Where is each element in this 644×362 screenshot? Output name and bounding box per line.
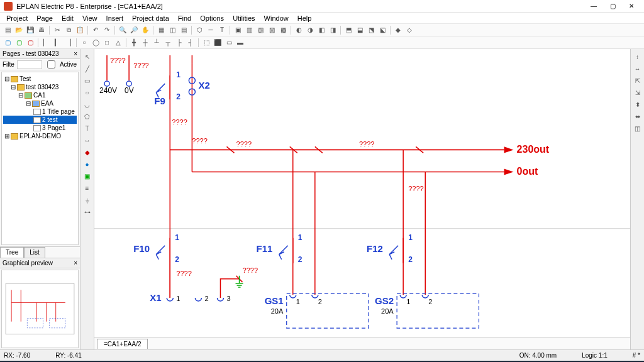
align-r-icon[interactable]: ▕ bbox=[64, 38, 74, 48]
tool-d-icon[interactable]: ▨ bbox=[267, 25, 277, 35]
rtool-a-icon[interactable]: ↕ bbox=[633, 52, 643, 62]
menu-find[interactable]: Find bbox=[174, 13, 195, 23]
vtool-dim-icon[interactable]: ↔ bbox=[82, 135, 92, 145]
pages-close-icon[interactable]: × bbox=[74, 50, 77, 57]
rtool-b-icon[interactable]: ↔ bbox=[633, 63, 643, 74]
conn-f-icon[interactable]: ┤ bbox=[186, 38, 196, 48]
align-l-icon[interactable]: ▏ bbox=[41, 38, 51, 48]
menu-project[interactable]: Project bbox=[3, 13, 31, 23]
zoom-out-icon[interactable]: 🔎 bbox=[129, 25, 139, 35]
vtool-circle-icon[interactable]: ○ bbox=[82, 87, 92, 97]
tree-node-test[interactable]: Test bbox=[19, 75, 31, 82]
layer-icon[interactable]: ▤ bbox=[179, 25, 189, 35]
vtool-poly-icon[interactable]: ⬠ bbox=[82, 111, 92, 121]
misc-a-icon[interactable]: ⬚ bbox=[201, 38, 211, 48]
project-tree[interactable]: ⊟Test ⊟test 030423 ⊟CA1 ⊟EAA 1 Title pag… bbox=[1, 72, 79, 245]
pan-icon[interactable]: ✋ bbox=[140, 25, 150, 35]
grid-icon[interactable]: ▦ bbox=[156, 25, 166, 35]
vtool-text-icon[interactable]: T bbox=[82, 123, 92, 133]
tree-node-page3[interactable]: 3 Page1 bbox=[42, 124, 65, 131]
conn-c-icon[interactable]: ┴ bbox=[152, 38, 162, 48]
tool-i-icon[interactable]: ◨ bbox=[328, 25, 338, 35]
vtool-net-icon[interactable]: ⊶ bbox=[82, 207, 92, 217]
menu-options[interactable]: Options bbox=[196, 13, 228, 23]
tree-node-test030423[interactable]: test 030423 bbox=[26, 84, 58, 90]
symbol-icon[interactable]: ⬡ bbox=[194, 25, 204, 35]
menu-help[interactable]: Help bbox=[294, 13, 316, 23]
misc-d-icon[interactable]: ▬ bbox=[235, 38, 245, 48]
copy-icon[interactable]: ⧉ bbox=[64, 25, 74, 35]
snap-icon[interactable]: ◫ bbox=[167, 25, 177, 35]
menu-edit[interactable]: Edit bbox=[58, 13, 77, 23]
wire-icon[interactable]: ─ bbox=[206, 25, 216, 35]
menu-page[interactable]: Page bbox=[33, 13, 57, 23]
tool-l-icon[interactable]: ⬔ bbox=[366, 25, 376, 35]
rtool-d-icon[interactable]: ⇲ bbox=[633, 87, 643, 97]
list-tab[interactable]: List bbox=[24, 247, 45, 258]
tool-c-icon[interactable]: ▧ bbox=[255, 25, 265, 35]
tree-node-page2[interactable]: 2 test bbox=[42, 116, 57, 123]
cut-icon[interactable]: ✂ bbox=[52, 25, 62, 35]
tree-tab[interactable]: Tree bbox=[0, 247, 24, 258]
undo-icon[interactable]: ↶ bbox=[91, 25, 101, 35]
vtool-arc-icon[interactable]: ◡ bbox=[82, 99, 92, 109]
rtool-e-icon[interactable]: ⬍ bbox=[633, 99, 643, 109]
rtool-c-icon[interactable]: ⇱ bbox=[633, 75, 643, 85]
new-icon[interactable]: ▤ bbox=[3, 25, 13, 35]
menu-view[interactable]: View bbox=[79, 13, 101, 23]
tree-node-eaa[interactable]: EAA bbox=[41, 100, 53, 107]
mode-a-icon[interactable]: ▢ bbox=[3, 38, 13, 48]
tool-e-icon[interactable]: ▩ bbox=[278, 25, 288, 35]
tool-f-icon[interactable]: ◐ bbox=[294, 25, 304, 35]
menu-window[interactable]: Window bbox=[260, 13, 292, 23]
doc-tab-active[interactable]: =CA1+EAA/2 bbox=[97, 339, 148, 349]
close-button[interactable]: ✕ bbox=[623, 1, 640, 12]
tool-o-icon[interactable]: ◇ bbox=[404, 25, 414, 35]
vtool-select-icon[interactable]: ↖ bbox=[82, 52, 92, 62]
vtool-line-icon[interactable]: ╱ bbox=[82, 63, 92, 74]
rtool-f-icon[interactable]: ⬌ bbox=[633, 111, 643, 121]
shape-a-icon[interactable]: ○ bbox=[79, 38, 89, 48]
tool-g-icon[interactable]: ◑ bbox=[305, 25, 315, 35]
tool-a-icon[interactable]: ▣ bbox=[233, 25, 243, 35]
shape-b-icon[interactable]: ◯ bbox=[91, 38, 101, 48]
menu-utilities[interactable]: Utilities bbox=[229, 13, 258, 23]
active-checkbox[interactable] bbox=[47, 60, 55, 69]
vtool-cab-icon[interactable]: ≡ bbox=[82, 183, 92, 193]
conn-b-icon[interactable]: ┼ bbox=[140, 38, 150, 48]
tool-b-icon[interactable]: ▥ bbox=[244, 25, 254, 35]
shape-c-icon[interactable]: □ bbox=[102, 38, 112, 48]
shape-d-icon[interactable]: △ bbox=[113, 38, 123, 48]
tool-n-icon[interactable]: ◆ bbox=[393, 25, 403, 35]
align-c-icon[interactable]: ▎ bbox=[52, 38, 62, 48]
paste-icon[interactable]: 📋 bbox=[75, 25, 85, 35]
print-icon[interactable]: 🖶 bbox=[36, 25, 47, 35]
zoom-in-icon[interactable]: 🔍 bbox=[118, 25, 128, 35]
tool-m-icon[interactable]: ⬕ bbox=[377, 25, 387, 35]
rtool-g-icon[interactable]: ◫ bbox=[633, 123, 643, 133]
tool-k-icon[interactable]: ⬓ bbox=[355, 25, 365, 35]
open-icon[interactable]: 📂 bbox=[14, 25, 24, 35]
vtool-sym-icon[interactable]: ◆ bbox=[82, 147, 92, 157]
misc-c-icon[interactable]: ▭ bbox=[224, 38, 234, 48]
conn-d-icon[interactable]: ┬ bbox=[163, 38, 173, 48]
filter-input[interactable] bbox=[17, 60, 42, 69]
menu-projectdata[interactable]: Project data bbox=[128, 13, 173, 23]
conn-e-icon[interactable]: ├ bbox=[174, 38, 184, 48]
schematic-canvas[interactable]: 240V 0V ???? ???? 1 2 F9 bbox=[94, 49, 630, 337]
mode-c-icon[interactable]: ▢ bbox=[25, 38, 35, 48]
conn-a-icon[interactable]: ╋ bbox=[129, 38, 139, 48]
tool-j-icon[interactable]: ⬒ bbox=[343, 25, 353, 35]
menu-insert[interactable]: Insert bbox=[103, 13, 128, 23]
tool-h-icon[interactable]: ◧ bbox=[316, 25, 326, 35]
redo-icon[interactable]: ↷ bbox=[102, 25, 112, 35]
save-icon[interactable]: 💾 bbox=[25, 25, 35, 35]
misc-b-icon[interactable]: ⬛ bbox=[213, 38, 223, 48]
tree-node-ca1[interactable]: CA1 bbox=[33, 92, 45, 99]
preview-close-icon[interactable]: × bbox=[74, 260, 77, 266]
text-icon[interactable]: T bbox=[217, 25, 227, 35]
minimize-button[interactable]: ― bbox=[585, 1, 602, 12]
vtool-rect-icon[interactable]: ▭ bbox=[82, 75, 92, 85]
vtool-dev-icon[interactable]: ▣ bbox=[82, 171, 92, 181]
mode-b-icon[interactable]: ▢ bbox=[14, 38, 24, 48]
